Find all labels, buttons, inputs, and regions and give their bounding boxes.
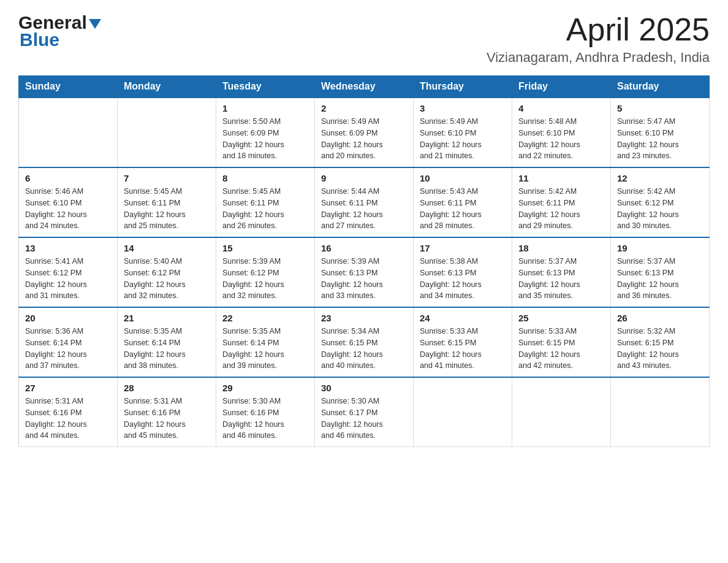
logo-arrow-icon xyxy=(89,19,101,31)
day-info: Sunrise: 5:41 AM Sunset: 6:12 PM Dayligh… xyxy=(25,256,111,302)
location-text: Vizianagaram, Andhra Pradesh, India xyxy=(487,50,710,66)
day-info: Sunrise: 5:49 AM Sunset: 6:09 PM Dayligh… xyxy=(321,116,407,162)
calendar-header-thursday: Thursday xyxy=(414,76,512,98)
day-info: Sunrise: 5:50 AM Sunset: 6:09 PM Dayligh… xyxy=(222,116,308,162)
day-number: 5 xyxy=(617,103,703,113)
day-number: 24 xyxy=(420,313,506,323)
logo: General Blue xyxy=(18,12,101,50)
day-number: 18 xyxy=(518,243,604,253)
title-section: April 2025 Vizianagaram, Andhra Pradesh,… xyxy=(487,12,710,66)
day-info: Sunrise: 5:31 AM Sunset: 6:16 PM Dayligh… xyxy=(124,396,210,442)
day-number: 12 xyxy=(617,173,703,183)
calendar-cell: 17Sunrise: 5:38 AM Sunset: 6:13 PM Dayli… xyxy=(414,237,512,307)
day-info: Sunrise: 5:43 AM Sunset: 6:11 PM Dayligh… xyxy=(420,186,506,232)
calendar-cell: 3Sunrise: 5:49 AM Sunset: 6:10 PM Daylig… xyxy=(414,98,512,167)
day-info: Sunrise: 5:42 AM Sunset: 6:12 PM Dayligh… xyxy=(617,186,703,232)
calendar-cell: 10Sunrise: 5:43 AM Sunset: 6:11 PM Dayli… xyxy=(414,167,512,237)
calendar-cell: 23Sunrise: 5:34 AM Sunset: 6:15 PM Dayli… xyxy=(315,307,414,377)
day-number: 23 xyxy=(321,313,407,323)
day-info: Sunrise: 5:46 AM Sunset: 6:10 PM Dayligh… xyxy=(25,186,111,232)
calendar-cell: 9Sunrise: 5:44 AM Sunset: 6:11 PM Daylig… xyxy=(315,167,414,237)
calendar-week-row: 6Sunrise: 5:46 AM Sunset: 6:10 PM Daylig… xyxy=(19,167,710,237)
calendar-cell: 16Sunrise: 5:39 AM Sunset: 6:13 PM Dayli… xyxy=(315,237,414,307)
day-number: 11 xyxy=(518,173,604,183)
day-info: Sunrise: 5:32 AM Sunset: 6:15 PM Dayligh… xyxy=(617,326,703,372)
day-number: 30 xyxy=(321,383,407,393)
day-info: Sunrise: 5:37 AM Sunset: 6:13 PM Dayligh… xyxy=(617,256,703,302)
day-number: 6 xyxy=(25,173,111,183)
calendar-cell: 5Sunrise: 5:47 AM Sunset: 6:10 PM Daylig… xyxy=(611,98,710,167)
day-info: Sunrise: 5:33 AM Sunset: 6:15 PM Dayligh… xyxy=(420,326,506,372)
day-info: Sunrise: 5:48 AM Sunset: 6:10 PM Dayligh… xyxy=(518,116,604,162)
calendar-cell: 15Sunrise: 5:39 AM Sunset: 6:12 PM Dayli… xyxy=(216,237,315,307)
calendar-week-row: 27Sunrise: 5:31 AM Sunset: 6:16 PM Dayli… xyxy=(19,377,710,447)
calendar-cell: 26Sunrise: 5:32 AM Sunset: 6:15 PM Dayli… xyxy=(611,307,710,377)
day-number: 2 xyxy=(321,103,407,113)
calendar-cell xyxy=(611,377,710,447)
day-number: 8 xyxy=(222,173,308,183)
calendar-week-row: 13Sunrise: 5:41 AM Sunset: 6:12 PM Dayli… xyxy=(19,237,710,307)
calendar-header-tuesday: Tuesday xyxy=(216,76,315,98)
day-number: 17 xyxy=(420,243,506,253)
day-info: Sunrise: 5:35 AM Sunset: 6:14 PM Dayligh… xyxy=(124,326,210,372)
calendar-cell: 4Sunrise: 5:48 AM Sunset: 6:10 PM Daylig… xyxy=(512,98,611,167)
calendar-header-row: SundayMondayTuesdayWednesdayThursdayFrid… xyxy=(19,76,710,98)
svg-marker-0 xyxy=(89,19,101,29)
calendar-cell: 7Sunrise: 5:45 AM Sunset: 6:11 PM Daylig… xyxy=(118,167,216,237)
calendar-week-row: 20Sunrise: 5:36 AM Sunset: 6:14 PM Dayli… xyxy=(19,307,710,377)
day-info: Sunrise: 5:35 AM Sunset: 6:14 PM Dayligh… xyxy=(222,326,308,372)
calendar-cell: 19Sunrise: 5:37 AM Sunset: 6:13 PM Dayli… xyxy=(611,237,710,307)
day-number: 25 xyxy=(518,313,604,323)
calendar-cell: 30Sunrise: 5:30 AM Sunset: 6:17 PM Dayli… xyxy=(315,377,414,447)
calendar-cell xyxy=(19,98,118,167)
month-title: April 2025 xyxy=(487,12,710,47)
day-info: Sunrise: 5:45 AM Sunset: 6:11 PM Dayligh… xyxy=(222,186,308,232)
calendar-table: SundayMondayTuesdayWednesdayThursdayFrid… xyxy=(18,75,710,447)
day-info: Sunrise: 5:34 AM Sunset: 6:15 PM Dayligh… xyxy=(321,326,407,372)
day-info: Sunrise: 5:44 AM Sunset: 6:11 PM Dayligh… xyxy=(321,186,407,232)
day-info: Sunrise: 5:38 AM Sunset: 6:13 PM Dayligh… xyxy=(420,256,506,302)
day-number: 22 xyxy=(222,313,308,323)
day-info: Sunrise: 5:39 AM Sunset: 6:12 PM Dayligh… xyxy=(222,256,308,302)
day-number: 19 xyxy=(617,243,703,253)
day-number: 9 xyxy=(321,173,407,183)
page-header: General Blue April 2025 Vizianagaram, An… xyxy=(18,12,710,66)
calendar-cell: 18Sunrise: 5:37 AM Sunset: 6:13 PM Dayli… xyxy=(512,237,611,307)
calendar-cell: 2Sunrise: 5:49 AM Sunset: 6:09 PM Daylig… xyxy=(315,98,414,167)
day-info: Sunrise: 5:36 AM Sunset: 6:14 PM Dayligh… xyxy=(25,326,111,372)
day-number: 21 xyxy=(124,313,210,323)
calendar-cell: 25Sunrise: 5:33 AM Sunset: 6:15 PM Dayli… xyxy=(512,307,611,377)
calendar-cell: 6Sunrise: 5:46 AM Sunset: 6:10 PM Daylig… xyxy=(19,167,118,237)
day-number: 10 xyxy=(420,173,506,183)
day-info: Sunrise: 5:39 AM Sunset: 6:13 PM Dayligh… xyxy=(321,256,407,302)
day-info: Sunrise: 5:42 AM Sunset: 6:11 PM Dayligh… xyxy=(518,186,604,232)
day-number: 4 xyxy=(518,103,604,113)
logo-blue-text: Blue xyxy=(20,29,59,50)
calendar-cell: 8Sunrise: 5:45 AM Sunset: 6:11 PM Daylig… xyxy=(216,167,315,237)
day-info: Sunrise: 5:47 AM Sunset: 6:10 PM Dayligh… xyxy=(617,116,703,162)
day-number: 13 xyxy=(25,243,111,253)
calendar-cell: 13Sunrise: 5:41 AM Sunset: 6:12 PM Dayli… xyxy=(19,237,118,307)
calendar-cell: 29Sunrise: 5:30 AM Sunset: 6:16 PM Dayli… xyxy=(216,377,315,447)
day-info: Sunrise: 5:40 AM Sunset: 6:12 PM Dayligh… xyxy=(124,256,210,302)
day-number: 16 xyxy=(321,243,407,253)
day-number: 7 xyxy=(124,173,210,183)
day-info: Sunrise: 5:30 AM Sunset: 6:17 PM Dayligh… xyxy=(321,396,407,442)
calendar-cell: 28Sunrise: 5:31 AM Sunset: 6:16 PM Dayli… xyxy=(118,377,216,447)
day-info: Sunrise: 5:37 AM Sunset: 6:13 PM Dayligh… xyxy=(518,256,604,302)
calendar-cell: 14Sunrise: 5:40 AM Sunset: 6:12 PM Dayli… xyxy=(118,237,216,307)
calendar-header-saturday: Saturday xyxy=(611,76,710,98)
day-number: 1 xyxy=(222,103,308,113)
day-info: Sunrise: 5:30 AM Sunset: 6:16 PM Dayligh… xyxy=(222,396,308,442)
calendar-cell: 11Sunrise: 5:42 AM Sunset: 6:11 PM Dayli… xyxy=(512,167,611,237)
calendar-cell: 21Sunrise: 5:35 AM Sunset: 6:14 PM Dayli… xyxy=(118,307,216,377)
day-info: Sunrise: 5:45 AM Sunset: 6:11 PM Dayligh… xyxy=(124,186,210,232)
calendar-cell: 24Sunrise: 5:33 AM Sunset: 6:15 PM Dayli… xyxy=(414,307,512,377)
day-number: 14 xyxy=(124,243,210,253)
calendar-cell: 1Sunrise: 5:50 AM Sunset: 6:09 PM Daylig… xyxy=(216,98,315,167)
day-number: 3 xyxy=(420,103,506,113)
day-info: Sunrise: 5:31 AM Sunset: 6:16 PM Dayligh… xyxy=(25,396,111,442)
day-info: Sunrise: 5:49 AM Sunset: 6:10 PM Dayligh… xyxy=(420,116,506,162)
day-number: 27 xyxy=(25,383,111,393)
calendar-cell: 20Sunrise: 5:36 AM Sunset: 6:14 PM Dayli… xyxy=(19,307,118,377)
